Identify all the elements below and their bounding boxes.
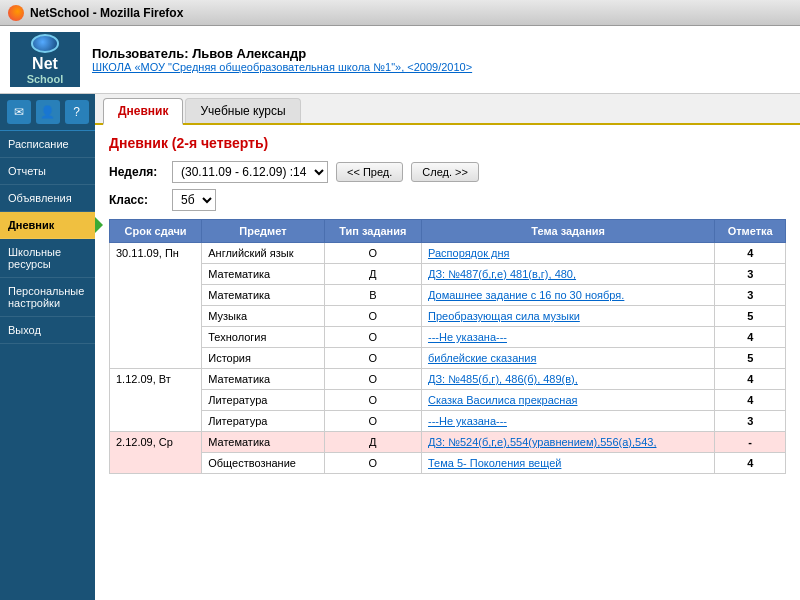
mark-cell: 4	[715, 327, 786, 348]
date-cell: 1.12.09, Вт	[110, 369, 202, 432]
firefox-icon	[8, 5, 24, 21]
topic-link[interactable]: ДЗ: №487(б,г,е) 481(в,г), 480,	[428, 268, 576, 280]
topic-link[interactable]: ---Не указана---	[428, 415, 507, 427]
sidebar-item-schedule[interactable]: Расписание	[0, 131, 95, 158]
next-btn[interactable]: След. >>	[411, 162, 479, 182]
week-row: Неделя: (30.11.09 - 6.12.09) :14 << Пред…	[109, 161, 786, 183]
subject-cell: Литература	[202, 390, 324, 411]
subject-cell: Технология	[202, 327, 324, 348]
subject-cell: Математика	[202, 432, 324, 453]
type-cell: О	[324, 306, 421, 327]
topic-cell: ДЗ: №485(б,г), 486(б), 489(в),	[421, 369, 714, 390]
col-topic: Тема задания	[421, 220, 714, 243]
type-cell: Д	[324, 264, 421, 285]
help-icon-btn[interactable]: ?	[65, 100, 89, 124]
diary-tbody: 30.11.09, ПнАнглийский языкОРаспорядок д…	[110, 243, 786, 474]
tab-diary[interactable]: Дневник	[103, 98, 183, 125]
user-info: Пользователь: Львов Александр ШКОЛА «МОУ…	[92, 46, 472, 73]
col-subject: Предмет	[202, 220, 324, 243]
type-cell: О	[324, 327, 421, 348]
col-mark: Отметка	[715, 220, 786, 243]
titlebar: NetSchool - Mozilla Firefox	[0, 0, 800, 26]
content-area: Дневник Учебные курсы Дневник (2-я четве…	[95, 94, 800, 600]
main-layout: ✉ 👤 ? Расписание Отчеты Объявления Дневн…	[0, 94, 800, 600]
type-cell: О	[324, 369, 421, 390]
subject-cell: Математика	[202, 285, 324, 306]
topic-cell: библейские сказания	[421, 348, 714, 369]
topic-cell: Преобразующая сила музыки	[421, 306, 714, 327]
type-cell: Д	[324, 432, 421, 453]
topic-link[interactable]: Преобразующая сила музыки	[428, 310, 580, 322]
header: Net School Пользователь: Львов Александр…	[0, 26, 800, 94]
table-row: ЛитератураОСказка Василиса прекрасная4	[110, 390, 786, 411]
table-row: 2.12.09, СрМатематикаДДЗ: №524(б,г,е),55…	[110, 432, 786, 453]
topic-cell: ---Не указана---	[421, 327, 714, 348]
table-row: МузыкаОПреобразующая сила музыки5	[110, 306, 786, 327]
topic-link[interactable]: ДЗ: №524(б,г,е),554(уравнением),556(а),5…	[428, 436, 657, 448]
topic-cell: Тема 5- Поколения вещей	[421, 453, 714, 474]
topic-link[interactable]: Распорядок дня	[428, 247, 509, 259]
school-link[interactable]: ШКОЛА «МОУ "Средняя общеобразовательная …	[92, 61, 472, 73]
tabs-bar: Дневник Учебные курсы	[95, 94, 800, 125]
sidebar-item-reports[interactable]: Отчеты	[0, 158, 95, 185]
diary-content: Дневник (2-я четверть) Неделя: (30.11.09…	[95, 125, 800, 484]
table-row: МатематикаДДЗ: №487(б,г,е) 481(в,г), 480…	[110, 264, 786, 285]
subject-cell: Математика	[202, 264, 324, 285]
table-row: ОбществознаниеОТема 5- Поколения вещей4	[110, 453, 786, 474]
topic-link[interactable]: Тема 5- Поколения вещей	[428, 457, 561, 469]
prev-btn[interactable]: << Пред.	[336, 162, 403, 182]
topic-cell: ДЗ: №524(б,г,е),554(уравнением),556(а),5…	[421, 432, 714, 453]
sidebar-item-logout[interactable]: Выход	[0, 317, 95, 344]
mark-cell: -	[715, 432, 786, 453]
diary-title: Дневник (2-я четверть)	[109, 135, 786, 151]
sidebar-icons: ✉ 👤 ?	[0, 94, 95, 131]
logo-globe	[31, 34, 59, 53]
sidebar-item-announcements[interactable]: Объявления	[0, 185, 95, 212]
mark-cell: 5	[715, 306, 786, 327]
class-select[interactable]: 5б	[172, 189, 216, 211]
sidebar-item-school-resources[interactable]: Школьные ресурсы	[0, 239, 95, 278]
user-icon-btn[interactable]: 👤	[36, 100, 60, 124]
week-select[interactable]: (30.11.09 - 6.12.09) :14	[172, 161, 328, 183]
logo-school-text: School	[27, 73, 64, 85]
table-row: 1.12.09, ВтМатематикаОДЗ: №485(б,г), 486…	[110, 369, 786, 390]
mark-cell: 4	[715, 390, 786, 411]
subject-cell: Обществознание	[202, 453, 324, 474]
mark-cell: 4	[715, 369, 786, 390]
table-row: ЛитератураО---Не указана---3	[110, 411, 786, 432]
table-row: МатематикаВДомашнее задание с 16 по 30 н…	[110, 285, 786, 306]
type-cell: О	[324, 411, 421, 432]
col-type: Тип задания	[324, 220, 421, 243]
class-label: Класс:	[109, 193, 164, 207]
col-date: Срок сдачи	[110, 220, 202, 243]
topic-link[interactable]: ДЗ: №485(б,г), 486(б), 489(в),	[428, 373, 578, 385]
mail-icon-btn[interactable]: ✉	[7, 100, 31, 124]
logo-net: Net	[32, 55, 58, 73]
type-cell: В	[324, 285, 421, 306]
topic-link[interactable]: библейские сказания	[428, 352, 536, 364]
type-cell: О	[324, 243, 421, 264]
subject-cell: Математика	[202, 369, 324, 390]
type-cell: О	[324, 348, 421, 369]
date-cell: 30.11.09, Пн	[110, 243, 202, 369]
sidebar-item-diary[interactable]: Дневник	[0, 212, 95, 239]
type-cell: О	[324, 453, 421, 474]
active-arrow	[95, 217, 103, 233]
mark-cell: 5	[715, 348, 786, 369]
table-row: ИсторияОбиблейские сказания5	[110, 348, 786, 369]
topic-link[interactable]: Сказка Василиса прекрасная	[428, 394, 578, 406]
topic-link[interactable]: Домашнее задание с 16 по 30 ноября.	[428, 289, 624, 301]
sidebar-item-personal-settings[interactable]: Персональные настройки	[0, 278, 95, 317]
sidebar: ✉ 👤 ? Расписание Отчеты Объявления Дневн…	[0, 94, 95, 600]
topic-cell: Распорядок дня	[421, 243, 714, 264]
topic-link[interactable]: ---Не указана---	[428, 331, 507, 343]
mark-cell: 4	[715, 453, 786, 474]
subject-cell: Литература	[202, 411, 324, 432]
tab-courses[interactable]: Учебные курсы	[185, 98, 300, 123]
user-name: Пользователь: Львов Александр	[92, 46, 472, 61]
subject-cell: История	[202, 348, 324, 369]
type-cell: О	[324, 390, 421, 411]
table-row: ТехнологияО---Не указана---4	[110, 327, 786, 348]
subject-cell: Музыка	[202, 306, 324, 327]
topic-cell: Сказка Василиса прекрасная	[421, 390, 714, 411]
